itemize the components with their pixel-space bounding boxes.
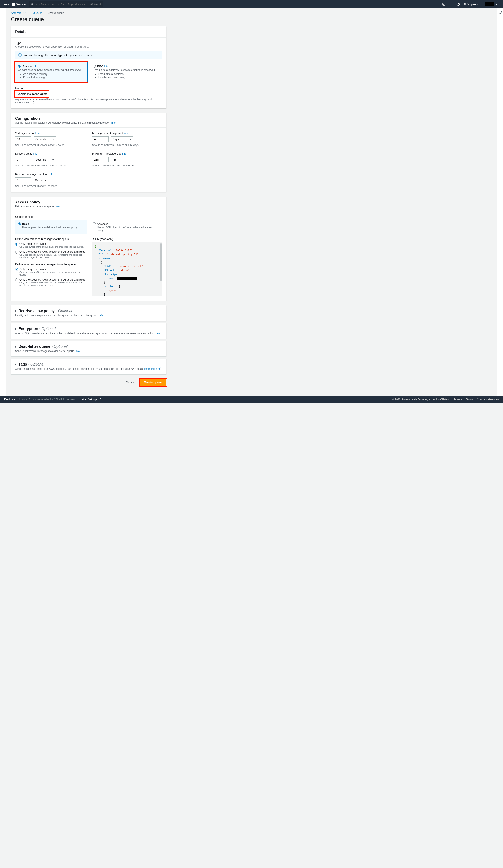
svg-point-0	[31, 3, 33, 5]
footer-lang-text: Looking for language selection? Find it …	[20, 398, 75, 401]
opt-label: Only the queue owner	[20, 242, 84, 245]
configuration-panel: Configuration Set the maximum message si…	[11, 113, 167, 192]
search-kbd: [Option+S]	[91, 3, 101, 6]
details-header: Details	[11, 27, 167, 38]
section-title: Dead-letter queue	[18, 344, 50, 349]
search-icon	[31, 3, 34, 6]
notifications-icon[interactable]	[447, 1, 455, 8]
chevron-right-icon	[15, 346, 16, 348]
aws-logo[interactable]: aws	[3, 2, 9, 6]
adv-desc: Use a JSON object to define an advanced …	[97, 226, 160, 232]
breadcrumb-queues[interactable]: Queues	[33, 11, 42, 14]
radio-send-specified	[15, 251, 18, 254]
radio-recv-specified	[15, 278, 18, 281]
menu-icon	[1, 11, 4, 13]
json-title: JSON (read-only)	[92, 237, 162, 240]
section-title: Redrive allow policy	[18, 309, 55, 313]
cookie-link[interactable]: Cookie preferences	[477, 398, 499, 401]
redrive-section[interactable]: Redrive allow policy - Optional Identify…	[11, 306, 167, 321]
chevron-down-icon	[495, 4, 497, 5]
sidebar-toggle[interactable]	[0, 8, 6, 396]
feedback-link[interactable]: Feedback	[4, 398, 15, 401]
info-link-dlq[interactable]: Info	[76, 350, 80, 353]
wait-label: Receive message wait time	[15, 173, 48, 176]
delay-unit-select[interactable]: Seconds	[33, 157, 56, 163]
info-panel-toggle[interactable]	[497, 8, 503, 396]
cloudshell-icon[interactable]	[440, 1, 447, 8]
info-link-standard[interactable]: Info	[35, 65, 39, 68]
standard-label: Standard	[23, 65, 34, 68]
info-link-redrive[interactable]: Info	[99, 314, 103, 317]
optional-label: - Optional	[51, 344, 68, 349]
retention-input[interactable]	[92, 136, 109, 142]
chevron-down-icon	[52, 159, 54, 161]
delay-input[interactable]	[15, 157, 31, 163]
external-link-icon	[159, 368, 161, 370]
tags-section[interactable]: Tags - Optional A tag is a label assigne…	[11, 359, 167, 374]
info-link-policy[interactable]: Info	[56, 205, 60, 208]
info-link-visibility[interactable]: Info	[36, 132, 40, 135]
opt-sub: Only the owner of the queue can receive …	[20, 271, 87, 276]
config-header: Configuration Set the maximum message si…	[11, 113, 167, 128]
learn-more-link[interactable]: Learn more	[144, 368, 161, 370]
scrollbar[interactable]	[160, 243, 162, 281]
radio-basic	[18, 222, 21, 225]
method-basic[interactable]: Basic Use simple criteria to define a ba…	[15, 220, 88, 234]
info-link-wait[interactable]: Info	[49, 173, 53, 176]
delay-hint: Should be between 0 seconds and 15 minut…	[15, 164, 85, 167]
name-label: Name	[15, 87, 162, 90]
visibility-unit-select[interactable]: Seconds	[33, 136, 56, 142]
visibility-input[interactable]	[15, 136, 31, 142]
name-hint: A queue name is case-sensitive and can h…	[15, 98, 162, 104]
radio-send-owner	[15, 242, 18, 246]
banner-text: You can't change the queue type after yo…	[24, 54, 94, 57]
fifo-label: FIFO	[97, 65, 103, 68]
info-link-maxsize[interactable]: Info	[122, 152, 127, 155]
svg-line-1	[33, 4, 33, 5]
config-sub: Set the maximum message size, visibility…	[15, 121, 111, 124]
queue-type-fifo[interactable]: FIFO Info First-in-first-out delivery, m…	[90, 62, 162, 82]
help-icon[interactable]	[455, 1, 462, 8]
encryption-section[interactable]: Encryption - Optional Amazon SQS provide…	[11, 323, 167, 339]
breadcrumb-current: Create queue	[48, 11, 64, 14]
terms-link[interactable]: Terms	[466, 398, 473, 401]
section-title: Encryption	[18, 327, 38, 331]
account-menu[interactable]	[481, 2, 500, 6]
wait-hint: Should be between 0 and 20 seconds.	[15, 185, 85, 188]
dlq-section[interactable]: Dead-letter queue - Optional Send undeli…	[11, 341, 167, 357]
standard-bullet: At-least once delivery	[23, 73, 84, 75]
wait-input[interactable]	[15, 177, 31, 183]
search-input[interactable]	[34, 3, 91, 6]
send-owner-option[interactable]: Only the queue ownerOnly the owner of th…	[15, 242, 87, 248]
retention-unit-select[interactable]: Days	[111, 136, 133, 142]
recv-specified-option[interactable]: Only the specified AWS accounts, IAM use…	[15, 278, 87, 286]
method-advanced[interactable]: Advanced Use a JSON object to define an …	[90, 220, 162, 234]
wait-unit: Seconds	[35, 178, 46, 182]
info-link-retention[interactable]: Info	[124, 132, 128, 135]
info-link-delay[interactable]: Info	[33, 152, 37, 155]
services-menu[interactable]: Services	[12, 3, 27, 6]
unified-settings-link[interactable]: Unified Settings	[80, 398, 101, 401]
info-link-config[interactable]: Info	[111, 121, 116, 124]
copyright: © 2022, Amazon Web Services, Inc. or its…	[392, 398, 449, 401]
chevron-down-icon	[129, 138, 131, 140]
recv-title: Define who can receive messages from the…	[15, 263, 87, 266]
create-queue-button[interactable]: Create queue	[140, 379, 167, 386]
maxsize-input[interactable]	[92, 157, 109, 163]
queue-name-input[interactable]	[15, 91, 49, 97]
breadcrumb-sqs[interactable]: Amazon SQS	[11, 11, 28, 14]
retention-label: Message retention period	[92, 132, 123, 135]
region-selector[interactable]: N. Virginia	[462, 3, 481, 6]
info-link-enc[interactable]: Info	[156, 332, 160, 335]
cancel-button[interactable]: Cancel	[122, 379, 139, 386]
unit-label: Days	[112, 137, 119, 141]
send-specified-option[interactable]: Only the specified AWS accounts, IAM use…	[15, 250, 87, 259]
global-search[interactable]: [Option+S]	[29, 1, 103, 7]
radio-recv-owner	[15, 268, 18, 271]
privacy-link[interactable]: Privacy	[454, 398, 462, 401]
external-link-icon	[99, 398, 101, 400]
opt-sub: Only the owner of the queue can send mes…	[20, 246, 84, 248]
info-link-fifo[interactable]: Info	[104, 65, 108, 68]
recv-owner-option[interactable]: Only the queue ownerOnly the owner of th…	[15, 268, 87, 276]
queue-type-standard[interactable]: Standard Info At-least-once delivery, me…	[15, 62, 88, 82]
